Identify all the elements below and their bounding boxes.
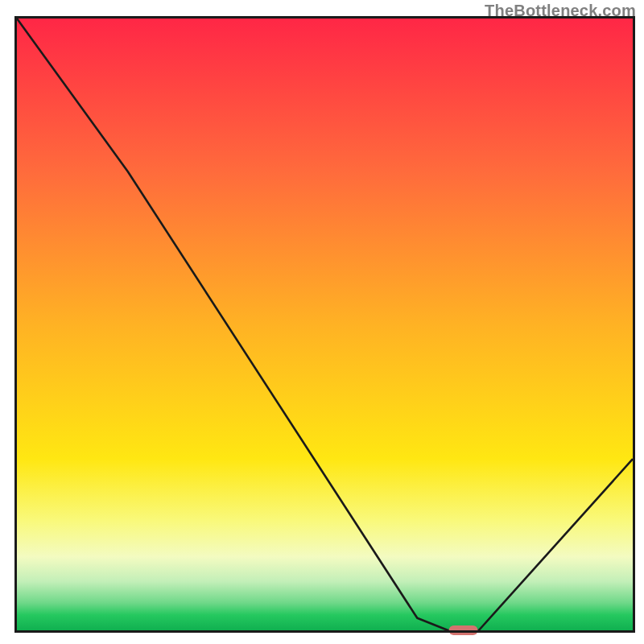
bottleneck-chart	[0, 0, 644, 644]
chart-container: TheBottleneck.com	[0, 0, 644, 644]
gradient-background	[17, 19, 633, 630]
watermark-text: TheBottleneck.com	[485, 2, 636, 20]
